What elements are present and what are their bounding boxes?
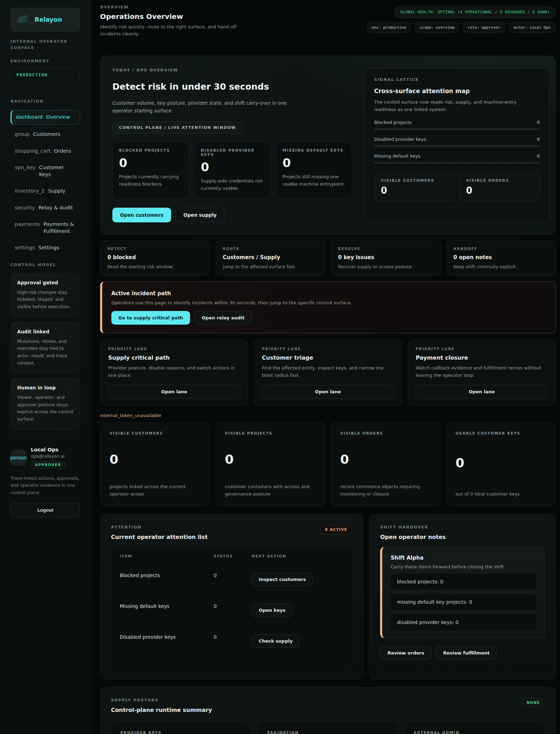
open-supply-button[interactable]: Open supply [175,208,225,222]
supply-critical-path-button[interactable]: Go to supply critical path [111,311,190,325]
open-lane-button[interactable]: Open lane [108,385,240,399]
external-admin-card: EXTERNAL ADMIN none No external admin UR… [405,721,545,734]
priority-lanes: PRIORITY LANE Supply critical path Provi… [100,340,556,406]
relayon-logo-icon [17,14,30,25]
page-title: Operations Overview [100,12,240,21]
open-relay-audit-button[interactable]: Open relay audit [194,311,252,325]
resolve-card: RESOLVE 0 key issues Recover supply or a… [331,240,441,276]
sidebar-item-settings[interactable]: settings Settings [10,241,80,255]
hero-title: Detect risk in under 30 seconds [112,82,352,92]
progress-track [374,145,540,147]
sidebar-item-overview[interactable]: dashboard Overview [10,110,80,125]
incident-title: Active incident path [111,290,546,297]
progress-track [374,128,540,130]
signal-lattice-title: Cross-surface attention map [374,88,540,95]
page-eyebrow: OVERVIEW [100,5,240,9]
open-lane-button[interactable]: Open lane [262,385,394,399]
sidebar-item-customers[interactable]: group Customers [10,127,80,141]
sidebar-item-customer-keys[interactable]: vpn_key Customer Keys [10,161,80,181]
brand-block: Relayon [10,8,80,32]
check-supply-button[interactable]: Check supply [252,634,300,648]
open-keys-button[interactable]: Open keys [252,603,292,617]
pagination-card: PAGINATION none supported filters: none [258,721,398,734]
dashboard-icon: dashboard [16,114,43,121]
group-icon: group [15,131,29,138]
inventory-icon: inventory_2 [15,188,45,195]
visible-orders-card: VISIBLE ORDERS 0 recent commerce objects… [331,422,441,506]
global-health-badge: GLOBAL HEALTH: OPTIMAL (4 OPERATIONAL / … [394,6,556,18]
signal-lattice-subtitle: The control surface now reads risk, supp… [374,99,540,113]
sidebar-item-relay-audit[interactable]: security Relay & Audit [10,201,80,215]
hero-section: TODAY / OPS OVERVIEW Detect risk in unde… [100,56,556,234]
active-incident-banner: Active incident path Operators use this … [100,282,556,333]
disabled-provider-keys-meter: Disabled provider keys 0 [374,137,540,147]
sidebar-item-payments[interactable]: payments Payments & Fulfillment [10,217,80,238]
open-customers-button[interactable]: Open customers [112,208,171,222]
user-email: ops@relayon.ai [31,453,65,459]
surface-label: INTERNAL OPERATOR SURFACE [10,39,80,51]
logout-button[interactable]: Logout [10,503,80,517]
context-chips: env: production scope: overview role: ap… [366,22,556,33]
scope-chip: scope: overview [414,22,460,33]
sidebar: Relayon INTERNAL OPERATOR SURFACE ENVIRO… [0,0,91,734]
app-root: Relayon INTERNAL OPERATOR SURFACE ENVIRO… [0,0,560,734]
sidebar-item-supply[interactable]: inventory_2 Supply [10,184,80,198]
detect-card: DETECT 0 blocked Read the starting risk … [100,240,210,276]
role-badge: APPROVER [31,461,65,469]
supply-posture-panel: SUPPLY POSTURE Control-plane runtime sum… [100,687,556,734]
sidebar-nav: dashboard Overview group Customers shopp… [10,110,80,255]
blocked-projects-tile: BLOCKED PROJECTS 0 Projects currently ca… [112,141,189,198]
missing-default-keys-tile: MISSING DEFAULT KEYS 0 Projects still mi… [276,141,352,198]
visible-orders-tile: VISIBLE ORDERS 0 [460,172,540,202]
user-block: person Local Ops ops@relayon.ai APPROVER [10,447,80,469]
key-icon: vpn_key [15,164,36,171]
customer-triage-lane: PRIORITY LANE Customer triage Find the a… [254,340,402,406]
attention-table: ITEM STATUS NEXT ACTION Blocked projects… [111,548,352,669]
workflow-row: DETECT 0 blocked Read the starting risk … [100,240,556,276]
blocked-projects-meter: Blocked projects 0 [374,120,540,130]
supply-title: Control-plane runtime summary [111,707,212,713]
hero-eyebrow: TODAY / OPS OVERVIEW [112,68,352,72]
sidebar-footnote: Trace-linked actions, approvals, and ope… [10,475,80,497]
route-card: ROUTE Customers / Supply Jump to the aff… [216,240,326,276]
shopping-cart-icon: shopping_cart [15,148,50,155]
signal-lattice-eyebrow: SIGNAL LATTICE [374,77,540,82]
user-name: Local Ops [31,447,65,452]
navigation-label: NAVIGATION [10,98,80,105]
brand-name: Relayon [35,16,62,23]
env-chip: env: production [366,22,412,33]
inspect-customers-button[interactable]: Inspect customers [252,573,313,586]
divider [10,91,80,91]
shift-alpha-card: Shift Alpha Carry these items forward be… [380,547,545,638]
review-orders-button[interactable]: Review orders [380,646,432,660]
control-card-audit: Audit linked Mutations, retries, and ove… [10,322,80,374]
security-icon: security [15,205,35,212]
person-icon: person [10,450,27,466]
supply-critical-path-lane: PRIORITY LANE Supply critical path Provi… [100,340,248,406]
table-row: Disabled provider keys 0 Check supply [111,626,352,656]
hero-subtitle: Customer volume, key posture, provider s… [112,99,301,115]
attention-handover-row: ATTENTION Current operator attention lis… [100,514,556,679]
shift-handover-panel: SHIFT HANDOVER Open operator notes Shift… [369,514,556,679]
disabled-provider-keys-tile: DISABLED PROVIDER KEYS 0 Supply-side cre… [194,141,271,198]
missing-default-keys-meter: Missing default keys 0 [374,153,540,164]
open-lane-button[interactable]: Open lane [416,385,548,399]
control-card-human: Human in loop Viewer, operator, and appr… [10,378,80,430]
sidebar-item-orders[interactable]: shopping_cart Orders [10,144,80,158]
table-row: Blocked projects 0 Inspect customers [111,564,352,595]
signal-lattice-panel: SIGNAL LATTICE Cross-surface attention m… [364,68,550,222]
progress-track [374,162,540,164]
handover-note: missing default key projects: 0 [391,594,536,610]
attention-panel: ATTENTION Current operator attention lis… [100,514,363,679]
divider [10,439,80,439]
payment-closure-lane: PRIORITY LANE Payment closure Watch call… [408,340,556,406]
attention-table-header: ITEM STATUS NEXT ACTION [111,548,352,564]
review-fulfillment-button[interactable]: Review fulfillment [436,646,497,660]
actor-chip: actor: Local Ops [508,22,556,33]
shift-note: Carry these items forward before closing… [391,564,536,569]
visibility-stats-row: VISIBLE CUSTOMERS 0 projects linked acro… [100,422,556,506]
page-subtitle: Identify risk quickly, route to the righ… [100,23,240,37]
payments-icon: payments [15,221,40,228]
supply-status-badge: NONE [522,698,545,707]
settings-icon: settings [15,244,35,251]
